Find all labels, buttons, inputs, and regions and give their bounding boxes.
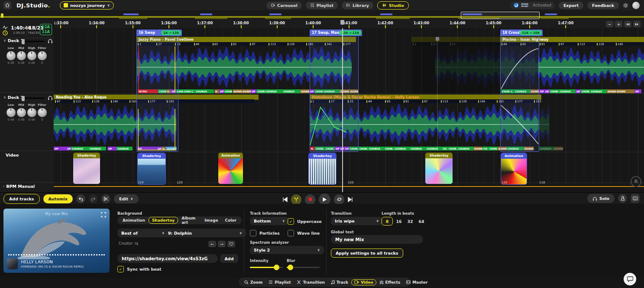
shortcuts-button[interactable] [631, 194, 640, 203]
seek-forward-button[interactable] [633, 21, 641, 27]
deck-1-header[interactable]: ∨ Deck 1 [3, 38, 23, 43]
shader-url-input[interactable]: https://shadertoy.com/view/4sS3zG [117, 254, 218, 263]
shader-select-dropdown[interactable]: 9: Dolphin∨ [164, 229, 246, 237]
undo-button[interactable] [76, 194, 85, 203]
deck-2-volume-slider[interactable] [21, 98, 45, 99]
panel-track[interactable]: Track [328, 279, 351, 285]
timeline-ruler[interactable]: − + 1:33:001:34:001:35:001:36:001:37:001… [0, 20, 644, 29]
intensity-slider[interactable] [250, 267, 283, 268]
deck-2-header[interactable]: ∨ Deck 2 [3, 95, 23, 100]
eq-knob-mid[interactable]: Mid0 dB [16, 103, 27, 121]
panel-zoom[interactable]: Zoom [241, 279, 265, 285]
add-shader-button[interactable]: Add [220, 254, 238, 263]
prev-shader-button[interactable]: ← [208, 241, 216, 247]
feedback-button[interactable]: Feedback [587, 2, 619, 9]
apply-settings-button[interactable]: Apply settings to all tracks [331, 249, 403, 258]
video-preview[interactable]: My new Mix HELLY LARSON HOMEBASE (MA.TO … [3, 209, 110, 273]
panel-transition[interactable]: Transition [294, 279, 328, 285]
knob-dial[interactable] [27, 108, 36, 117]
home-button[interactable] [3, 1, 11, 9]
project-selector[interactable]: nozzys journey ∨ [60, 1, 114, 10]
headphones-icon[interactable] [48, 39, 53, 43]
knob-dial[interactable] [6, 51, 16, 60]
panel-effects[interactable]: Effects [376, 279, 404, 285]
deck-1-volume-handle[interactable] [22, 39, 25, 44]
bpm-automation-line[interactable] [54, 186, 644, 187]
zoom-in-button[interactable]: + [615, 21, 622, 27]
nav-playlist[interactable]: Playlist [306, 2, 338, 9]
tab-color[interactable]: Color [222, 217, 240, 224]
panel-video[interactable]: Video [351, 279, 376, 285]
nav-carousel[interactable]: Carousel [266, 2, 302, 9]
tab-shadertoy[interactable]: Shadertoy [149, 217, 178, 224]
add-tracks-button[interactable]: Add tracks [3, 194, 40, 204]
length-64-button[interactable]: 64 [416, 217, 427, 225]
play-button[interactable] [319, 193, 330, 205]
fullscreen-icon[interactable] [101, 212, 106, 217]
nav-studio[interactable]: Studio [377, 1, 409, 10]
eq-knob-high[interactable]: High0 dB [26, 46, 37, 65]
knob-dial[interactable] [17, 108, 26, 117]
edit-menu-button[interactable]: Edit∨ [114, 194, 139, 203]
knob-dial[interactable] [38, 108, 47, 117]
redo-button[interactable] [89, 194, 98, 203]
tab-animation[interactable]: Animation [119, 217, 149, 224]
cut-button[interactable] [101, 194, 110, 203]
timeline-stage[interactable]: Jazzy Piano – Pavel SvetlovePiscina – Is… [54, 28, 644, 192]
zoom-out-button[interactable]: − [606, 21, 613, 27]
automix-to-playhead-button[interactable] [291, 194, 301, 205]
headphones-icon[interactable] [48, 95, 53, 100]
text-position-dropdown[interactable]: Bottom∨ [250, 217, 289, 225]
deck-1-volume-slider[interactable] [21, 41, 45, 42]
blur-slider-knob[interactable] [288, 265, 293, 270]
seek-back-button[interactable] [624, 21, 631, 27]
tab-image[interactable]: Image [201, 217, 221, 224]
eq-knob-filter[interactable]: Filter0 [36, 103, 48, 121]
solo-button[interactable]: Solo [587, 194, 615, 203]
automix-button[interactable]: Automix [43, 194, 73, 203]
length-8-button[interactable]: 8 [382, 217, 393, 226]
knob-dial[interactable] [38, 51, 47, 60]
blur-slider[interactable] [287, 267, 320, 268]
playhead-handle[interactable] [340, 20, 344, 25]
spectrum-style-dropdown[interactable]: Style 2∨ [250, 246, 324, 254]
avatar[interactable] [632, 2, 640, 9]
bpm-manual-toggle[interactable]: › BPM Manual [3, 184, 35, 189]
sync-with-beat-checkbox[interactable]: ✓ [117, 266, 124, 272]
knob-dial[interactable] [27, 51, 36, 60]
minimap-viewport[interactable] [461, 12, 540, 19]
shader-preset-dropdown[interactable]: Best of∨ [117, 229, 168, 237]
eq-knob-low[interactable]: Low0 dB [5, 46, 16, 65]
deck-2-volume-handle[interactable] [22, 96, 25, 101]
nav-library[interactable]: Library [342, 2, 373, 9]
tab-album-art[interactable]: Album art [178, 215, 201, 226]
length-16-button[interactable]: 16 [394, 217, 404, 225]
eq-knob-low[interactable]: Low0 dB [5, 103, 16, 121]
intensity-slider-knob[interactable] [274, 265, 279, 270]
panel-playlist[interactable]: Playlist [265, 279, 294, 285]
playhead[interactable] [342, 28, 343, 192]
eq-knob-high[interactable]: High0 dB [26, 103, 37, 121]
next-shader-button[interactable]: → [218, 241, 226, 247]
skip-start-button[interactable] [282, 197, 288, 202]
eq-knob-filter[interactable]: Filter0 [36, 46, 48, 65]
wave-line-checkbox[interactable] [288, 230, 294, 236]
favorite-button[interactable] [227, 241, 235, 247]
metronome-button[interactable] [618, 194, 627, 203]
length-32-button[interactable]: 32 [405, 217, 415, 225]
knob-dial[interactable] [6, 108, 16, 117]
eq-knob-mid[interactable]: Mid0 dB [16, 46, 27, 65]
gear-icon[interactable] [623, 3, 628, 8]
particles-checkbox[interactable] [250, 230, 256, 236]
transition-type-dropdown[interactable]: Iris wipe∨ [331, 217, 383, 225]
knob-dial[interactable] [17, 51, 26, 60]
export-button[interactable]: Export [559, 2, 583, 9]
skip-end-button[interactable] [348, 197, 353, 202]
record-button[interactable] [305, 194, 315, 205]
loop-button[interactable] [334, 194, 344, 205]
chat-support-button[interactable] [624, 273, 636, 285]
global-text-input[interactable]: My new Mix [331, 235, 423, 244]
uppercase-checkbox[interactable]: ✓ [288, 218, 294, 225]
panel-master[interactable]: Master [403, 279, 430, 285]
mix-overview-minimap[interactable] [0, 10, 644, 20]
